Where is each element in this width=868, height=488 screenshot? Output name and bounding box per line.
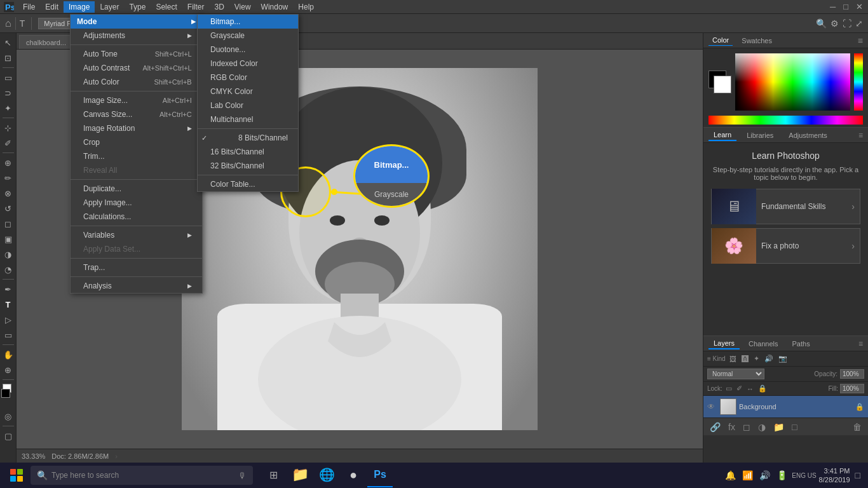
color-tab[interactable]: Color: [709, 35, 733, 46]
volume-icon[interactable]: 🔊: [757, 470, 772, 480]
marquee-tool[interactable]: ▭: [1, 71, 15, 85]
shape-tool[interactable]: ▭: [1, 328, 15, 342]
status-expand-btn[interactable]: ›: [115, 452, 118, 460]
eyedropper-tool[interactable]: ✐: [1, 136, 15, 150]
mode-item-rgb-color[interactable]: RGB Color: [198, 71, 298, 85]
taskbar-app-photoshop[interactable]: Ps: [367, 463, 393, 487]
path-select-tool[interactable]: ▷: [1, 313, 15, 327]
mode-item-16bit[interactable]: 16 Bits/Channel: [198, 145, 298, 159]
new-layer-btn[interactable]: □: [789, 422, 799, 432]
blur-tool[interactable]: ◑: [1, 247, 15, 261]
channels-tab[interactable]: Channels: [743, 339, 783, 349]
menu-item-duplicate[interactable]: Duplicate...: [71, 182, 202, 196]
layers-menu-icon[interactable]: ≡: [858, 339, 863, 348]
gradient-tool[interactable]: ▣: [1, 232, 15, 246]
mode-item-8bit[interactable]: 8 Bits/Channel: [198, 131, 298, 145]
menu-item-calculations[interactable]: Calculations...: [71, 210, 202, 224]
menu-item-adjustments[interactable]: Adjustments: [71, 29, 202, 43]
add-mask-btn[interactable]: ◻: [740, 422, 753, 432]
eraser-tool[interactable]: ◻: [1, 217, 15, 231]
learn-panel-menu[interactable]: ≡: [858, 131, 863, 140]
language-indicator[interactable]: ENG US: [792, 471, 816, 480]
taskbar-search[interactable]: 🔍 Type here to search 🎙: [31, 466, 253, 485]
taskbar-app-edge[interactable]: 🌐: [314, 463, 339, 487]
menu-layer[interactable]: Layer: [95, 1, 124, 13]
system-time[interactable]: 3:41 PM 8/28/2019: [819, 466, 850, 485]
layer-background-row[interactable]: 👁 Background 🔒: [703, 396, 868, 417]
new-group-btn[interactable]: 📁: [771, 422, 787, 432]
network-icon[interactable]: 📶: [740, 470, 755, 480]
maximize-btn[interactable]: □: [841, 2, 851, 11]
color-picker-gradient[interactable]: [735, 53, 850, 111]
mode-item-cmyk-color[interactable]: CMYK Color: [198, 85, 298, 98]
history-tool[interactable]: ↺: [1, 201, 15, 215]
menu-item-auto-color[interactable]: Auto Color Shift+Ctrl+B: [71, 75, 202, 89]
quick-mask-tool[interactable]: ◎: [1, 409, 15, 423]
zoom-tool[interactable]: ⊕: [1, 363, 15, 377]
color-squares[interactable]: [709, 71, 731, 93]
lasso-tool[interactable]: ⊃: [1, 86, 15, 100]
menu-item-image-size[interactable]: Image Size... Alt+Ctrl+I: [71, 93, 202, 107]
menu-type[interactable]: Type: [124, 1, 151, 13]
menu-item-trap[interactable]: Trap...: [71, 261, 202, 274]
swatches-tab[interactable]: Swatches: [738, 36, 776, 46]
menu-file[interactable]: File: [18, 1, 40, 13]
foreground-color-swatch[interactable]: [714, 76, 731, 93]
mode-item-32bit[interactable]: 32 Bits/Channel: [198, 159, 298, 173]
quick-select-tool[interactable]: ✦: [1, 101, 15, 115]
menu-item-variables[interactable]: Variables: [71, 228, 202, 242]
paths-tab[interactable]: Paths: [787, 339, 815, 349]
panel-menu-icon[interactable]: ≡: [858, 36, 863, 46]
new-adjustment-btn[interactable]: ◑: [756, 422, 768, 432]
layer-visibility-icon[interactable]: 👁: [707, 402, 717, 411]
blend-mode-select[interactable]: Normal: [707, 369, 764, 379]
menu-item-mode[interactable]: Mode ▶: [71, 15, 202, 29]
menu-item-canvas-size[interactable]: Canvas Size... Alt+Ctrl+C: [71, 107, 202, 121]
taskview-btn[interactable]: ⊞: [261, 463, 286, 487]
mode-item-lab-color[interactable]: Lab Color: [198, 98, 298, 112]
hand-tool[interactable]: ✋: [1, 348, 15, 362]
learn-card-fundamental[interactable]: 🖥 Fundamental Skills ›: [711, 189, 860, 224]
learn-tab[interactable]: Learn: [709, 130, 736, 141]
menu-filter[interactable]: Filter: [182, 1, 210, 13]
link-layers-btn[interactable]: 🔗: [707, 422, 723, 432]
adjustments-tab[interactable]: Adjustments: [783, 130, 832, 140]
menu-item-auto-tone[interactable]: Auto Tone Shift+Ctrl+L: [71, 47, 202, 61]
type-tool[interactable]: T: [1, 297, 15, 311]
dodge-tool[interactable]: ◔: [1, 262, 15, 276]
color-chips[interactable]: [1, 384, 15, 407]
minimize-btn[interactable]: ─: [827, 2, 838, 11]
artboard-tool[interactable]: ⊡: [1, 51, 15, 65]
type-tool-icon[interactable]: T: [20, 18, 25, 29]
add-style-btn[interactable]: fx: [726, 422, 738, 432]
spot-heal-tool[interactable]: ⊕: [1, 156, 15, 170]
home-icon[interactable]: ⌂: [5, 18, 11, 29]
opacity-input[interactable]: [840, 369, 864, 379]
menu-image[interactable]: Image: [64, 1, 95, 13]
taskbar-app-chrome[interactable]: ●: [341, 463, 366, 487]
microphone-icon[interactable]: 🎙: [238, 471, 247, 480]
menu-help[interactable]: Help: [293, 1, 319, 13]
delete-layer-btn[interactable]: 🗑: [850, 422, 864, 432]
menu-item-image-rotation[interactable]: Image Rotation: [71, 121, 202, 135]
libraries-tab[interactable]: Libraries: [742, 130, 778, 140]
menu-item-apply-image[interactable]: Apply Image...: [71, 196, 202, 210]
mode-item-grayscale[interactable]: Grayscale: [198, 29, 298, 43]
start-button[interactable]: [5, 464, 28, 487]
gear-icon[interactable]: ⚙: [831, 18, 839, 29]
spectrum-bar[interactable]: [709, 116, 863, 125]
menu-item-reveal-all[interactable]: Reveal All: [71, 163, 202, 177]
menu-item-analysis[interactable]: Analysis: [71, 279, 202, 293]
pen-tool[interactable]: ✒: [1, 282, 15, 296]
mode-item-color-table[interactable]: Color Table...: [198, 177, 298, 191]
menu-view[interactable]: View: [229, 1, 256, 13]
expand-icon[interactable]: ⤢: [855, 18, 863, 29]
brush-tool[interactable]: ✏: [1, 171, 15, 185]
battery-icon[interactable]: 🔋: [775, 470, 789, 480]
mode-item-indexed-color[interactable]: Indexed Color: [198, 57, 298, 71]
move-tool[interactable]: ↖: [1, 36, 15, 50]
menu-select[interactable]: Select: [151, 1, 182, 13]
taskbar-app-explorer[interactable]: 📁: [287, 463, 313, 487]
close-btn[interactable]: ✕: [853, 2, 865, 11]
menu-item-apply-data-set[interactable]: Apply Data Set...: [71, 242, 202, 256]
